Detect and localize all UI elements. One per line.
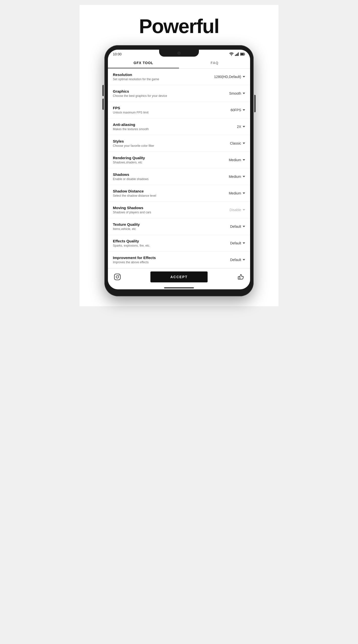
svg-rect-0	[235, 55, 236, 56]
setting-subtitle: Improves the above effects	[113, 260, 220, 264]
status-bar: 10:00	[108, 50, 250, 57]
tab-faq[interactable]: FAQ	[179, 57, 250, 68]
dropdown-arrow-icon	[243, 192, 245, 194]
setting-label-group: Graphics Choose the best graphics for yo…	[113, 89, 220, 98]
setting-value-text: Smooth	[229, 92, 241, 95]
setting-title: Shadows	[113, 172, 220, 176]
setting-row-6[interactable]: Shadows Enable or disable shadows Medium	[108, 168, 250, 185]
setting-value[interactable]: Default	[220, 224, 245, 228]
power-button	[254, 95, 256, 112]
svg-rect-3	[238, 52, 239, 56]
setting-subtitle: Sparks, explosions, fire, etc.	[113, 244, 220, 247]
setting-value[interactable]: 60FPS	[220, 108, 245, 112]
tab-gfx-tool[interactable]: GFX TOOL	[108, 57, 179, 68]
setting-subtitle: Enable or disable shadows	[113, 177, 220, 181]
dropdown-arrow-icon	[243, 109, 245, 111]
dropdown-arrow-icon	[243, 93, 245, 94]
setting-label-group: Improvement for Effects Improves the abo…	[113, 256, 220, 264]
camera-icon	[178, 52, 180, 55]
setting-row-3[interactable]: Anti-aliasing Makes the textures smooth …	[108, 118, 250, 135]
setting-label-group: Moving Shadows Shadows of players and ca…	[113, 206, 220, 214]
setting-row-2[interactable]: FPS Unlock maximum FPS limit 60FPS	[108, 102, 250, 118]
setting-value[interactable]: 1280(HD,Default)	[214, 75, 245, 79]
signal-icon	[235, 52, 239, 56]
dropdown-arrow-icon	[243, 142, 245, 144]
setting-row-5[interactable]: Rendering Quality Shadows,shaders, etc M…	[108, 152, 250, 168]
setting-value[interactable]: Classic	[220, 141, 245, 145]
dropdown-arrow-icon	[243, 159, 245, 161]
setting-row-11[interactable]: Improvement for Effects Improves the abo…	[108, 252, 250, 268]
setting-value[interactable]: Medium	[220, 174, 245, 178]
setting-value[interactable]: Smooth	[220, 92, 245, 95]
setting-value-text: Default	[230, 258, 241, 262]
setting-subtitle: Set optimal resolution for the game	[113, 78, 214, 81]
setting-subtitle: Shadows of players and cars	[113, 210, 220, 214]
battery-icon	[240, 53, 245, 56]
svg-rect-6	[245, 54, 245, 55]
instagram-icon[interactable]	[113, 272, 122, 282]
dropdown-arrow-icon	[243, 76, 245, 78]
svg-point-8	[116, 276, 119, 278]
setting-value[interactable]: Default	[220, 258, 245, 262]
setting-value[interactable]: Disable	[220, 208, 245, 212]
setting-value-text: Medium	[229, 158, 241, 162]
page-wrapper: Powerful 10:00	[80, 5, 278, 306]
setting-title: Shadow Distance	[113, 189, 220, 193]
setting-value[interactable]: Default	[220, 241, 245, 245]
phone-screen: 10:00	[108, 50, 250, 289]
setting-label-group: FPS Unlock maximum FPS limit	[113, 106, 220, 114]
dropdown-arrow-icon	[243, 226, 245, 227]
setting-subtitle: Items,vehicle, etc	[113, 227, 220, 231]
phone-device: 10:00	[104, 45, 254, 296]
volume-down-button	[102, 98, 104, 110]
setting-title: Anti-aliasing	[113, 122, 220, 127]
setting-row-8[interactable]: Moving Shadows Shadows of players and ca…	[108, 202, 250, 218]
setting-label-group: Shadows Enable or disable shadows	[113, 172, 220, 181]
setting-subtitle: Select the shadow distance level	[113, 194, 220, 198]
setting-title: Resolution	[113, 72, 214, 77]
setting-row-0[interactable]: Resolution Set optimal resolution for th…	[108, 68, 250, 85]
svg-point-9	[119, 275, 119, 276]
setting-value-text: Disable	[229, 208, 241, 212]
setting-value-text: Default	[230, 224, 241, 228]
setting-value-text: 2X	[237, 125, 241, 129]
wifi-icon	[229, 52, 234, 56]
setting-title: Effects Quality	[113, 239, 220, 243]
setting-value[interactable]: Medium	[220, 191, 245, 195]
volume-up-button	[102, 85, 104, 96]
setting-value[interactable]: Medium	[220, 158, 245, 162]
accept-button[interactable]: ACCEPT	[150, 272, 208, 282]
setting-row-1[interactable]: Graphics Choose the best graphics for yo…	[108, 85, 250, 102]
thumbs-up-icon[interactable]	[236, 272, 245, 282]
setting-label-group: Shadow Distance Select the shadow distan…	[113, 189, 220, 198]
setting-row-9[interactable]: Texture Quality Items,vehicle, etc Defau…	[108, 218, 250, 235]
setting-label-group: Effects Quality Sparks, explosions, fire…	[113, 239, 220, 247]
home-indicator	[164, 287, 194, 288]
setting-value-text: 1280(HD,Default)	[214, 75, 241, 79]
setting-row-4[interactable]: Styles Choose your favorite color filter…	[108, 135, 250, 152]
setting-row-7[interactable]: Shadow Distance Select the shadow distan…	[108, 185, 250, 202]
setting-title: Texture Quality	[113, 222, 220, 226]
setting-subtitle: Makes the textures smooth	[113, 128, 220, 131]
setting-value-text: Medium	[229, 191, 241, 195]
phone-notch	[159, 50, 199, 57]
setting-title: Moving Shadows	[113, 206, 220, 210]
svg-rect-2	[237, 54, 238, 56]
setting-label-group: Styles Choose your favorite color filter	[113, 139, 220, 148]
setting-label-group: Rendering Quality Shadows,shaders, etc	[113, 156, 220, 164]
setting-row-10[interactable]: Effects Quality Sparks, explosions, fire…	[108, 235, 250, 252]
tabs-bar: GFX TOOL FAQ	[108, 57, 250, 68]
setting-value-text: Classic	[230, 141, 241, 145]
setting-value-text: Medium	[229, 174, 241, 178]
setting-label-group: Anti-aliasing Makes the textures smooth	[113, 122, 220, 131]
setting-value[interactable]: 2X	[220, 125, 245, 129]
setting-value-text: 60FPS	[230, 108, 241, 112]
setting-title: Improvement for Effects	[113, 256, 220, 260]
setting-title: Rendering Quality	[113, 156, 220, 160]
setting-value-text: Default	[230, 241, 241, 245]
dropdown-arrow-icon	[243, 176, 245, 177]
hero-title: Powerful	[139, 5, 219, 45]
svg-rect-7	[114, 274, 120, 280]
setting-title: FPS	[113, 106, 220, 110]
dropdown-arrow-icon	[243, 242, 245, 244]
